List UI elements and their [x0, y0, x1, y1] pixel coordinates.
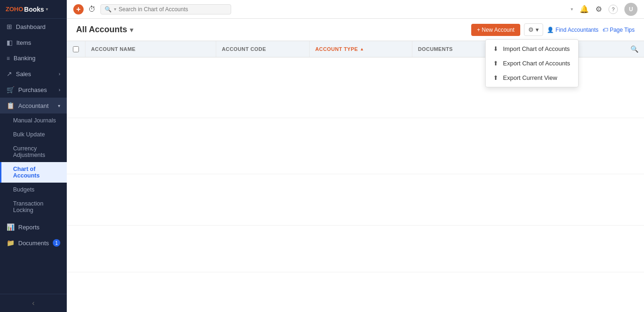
topbar-right: ▾ 🔔 ⚙ ? U: [571, 3, 637, 16]
reports-icon: 📊: [7, 223, 14, 231]
search-dropdown-icon[interactable]: ▾: [114, 7, 116, 12]
sidebar-item-label: Documents: [18, 240, 49, 247]
sidebar: ZOHO Books ▾ ⊞ Dashboard ◧ Items ≡ Banki…: [0, 0, 67, 312]
sidebar-item-label: Reports: [18, 224, 40, 231]
sidebar-item-banking[interactable]: ≡ Banking: [0, 50, 67, 66]
purchases-icon: 🛒: [7, 86, 14, 93]
sidebar-item-label: Accountant: [18, 102, 49, 109]
column-search-icon[interactable]: 🔍: [630, 45, 638, 53]
sidebar-collapse-button[interactable]: ‹: [0, 294, 67, 312]
sidebar-item-label: Dashboard: [16, 23, 46, 30]
sidebar-sub-transaction-locking[interactable]: Transaction Locking: [0, 197, 67, 217]
sidebar-sub-label: Manual Journals: [13, 117, 56, 124]
search-icon: 🔍: [105, 6, 112, 13]
page-tips-icon: 🏷: [602, 27, 608, 33]
gear-dropdown-icon: ▾: [536, 26, 539, 33]
table-row: [67, 226, 644, 272]
sidebar-sub-label: Transaction Locking: [13, 200, 60, 213]
header-actions: + New Account ⚙ ▾ 👤 Find Accountants 🏷 P…: [471, 23, 635, 36]
th-account-code: ACCOUNT CODE: [216, 41, 310, 57]
logo-zoho: ZOHO: [6, 6, 23, 13]
find-accountants-icon: 👤: [547, 27, 554, 33]
accountant-expand-icon: ▾: [58, 103, 60, 108]
gear-settings-button[interactable]: ⚙ ▾: [524, 23, 543, 36]
sidebar-item-sales[interactable]: ↗ Sales ›: [0, 66, 67, 82]
sidebar-item-label: Items: [16, 39, 31, 46]
sales-icon: ↗: [7, 70, 12, 78]
sidebar-item-accountant[interactable]: 📋 Accountant ▾: [0, 98, 67, 113]
logo-chevron[interactable]: ▾: [46, 7, 48, 12]
logo-books: Books: [24, 6, 44, 13]
topbar-collapse-icon[interactable]: ▾: [571, 7, 573, 12]
export-chart-item[interactable]: ⬆ Export Chart of Accounts: [486, 56, 578, 71]
th-documents: DOCUMENTS: [412, 41, 487, 57]
import-icon: ⬇: [493, 45, 498, 52]
sidebar-item-items[interactable]: ◧ Items: [0, 35, 67, 50]
search-input[interactable]: [119, 6, 227, 13]
export-chart-icon: ⬆: [493, 60, 498, 67]
sidebar-item-dashboard[interactable]: ⊞ Dashboard: [0, 19, 67, 35]
banking-icon: ≡: [7, 55, 10, 62]
main-content: + ⏱ 🔍 ▾ ▾ 🔔 ⚙ ? U All Accounts ▾ + New A…: [67, 0, 644, 312]
sidebar-item-label: Banking: [14, 55, 35, 62]
sidebar-sub-currency-adjustments[interactable]: Currency Adjustments: [0, 142, 67, 162]
help-button[interactable]: ?: [609, 5, 618, 14]
gear-icon: ⚙: [528, 26, 534, 33]
sidebar-sub-chart-of-accounts[interactable]: Chart of Accounts: [0, 162, 67, 183]
notifications-button[interactable]: 🔔: [580, 5, 589, 14]
sidebar-sub-label: Bulk Update: [13, 131, 45, 138]
topbar: + ⏱ 🔍 ▾ ▾ 🔔 ⚙ ? U: [67, 0, 644, 19]
th-account-name: ACCOUNT NAME: [85, 41, 216, 57]
export-current-view-item[interactable]: ⬆ Export Current View: [486, 71, 578, 85]
sidebar-sub-bulk-update[interactable]: Bulk Update: [0, 128, 67, 142]
export-current-icon: ⬆: [493, 74, 498, 81]
table-row: [67, 174, 644, 226]
gear-dropdown-menu: ⬇ Import Chart of Accounts ⬆ Export Char…: [485, 39, 579, 87]
items-icon: ◧: [7, 39, 13, 46]
sidebar-item-documents[interactable]: 📁 Documents 1: [0, 235, 67, 251]
page-title: All Accounts ▾: [76, 25, 133, 35]
select-all-checkbox[interactable]: [73, 46, 79, 52]
documents-icon: 📁: [7, 239, 14, 247]
sidebar-sub-budgets[interactable]: Budgets: [0, 183, 67, 197]
sidebar-sub-label: Budgets: [13, 186, 35, 193]
add-button[interactable]: +: [73, 4, 84, 14]
table-row: [67, 272, 644, 312]
sidebar-item-purchases[interactable]: 🛒 Purchases ›: [0, 82, 67, 98]
sidebar-sub-label: Currency Adjustments: [13, 145, 60, 158]
sidebar-sub-manual-journals[interactable]: Manual Journals: [0, 113, 67, 128]
accountant-icon: 📋: [7, 102, 14, 109]
search-box: 🔍 ▾: [100, 4, 231, 14]
new-account-button[interactable]: + New Account: [471, 24, 520, 36]
sidebar-item-reports[interactable]: 📊 Reports: [0, 219, 67, 235]
settings-button[interactable]: ⚙: [595, 5, 602, 14]
page-title-dropdown-icon[interactable]: ▾: [130, 26, 133, 34]
purchases-expand-icon: ›: [59, 87, 60, 92]
import-chart-item[interactable]: ⬇ Import Chart of Accounts: [486, 42, 578, 56]
table-body: [67, 57, 644, 312]
app-logo[interactable]: ZOHO Books ▾: [0, 0, 67, 19]
sidebar-item-label: Sales: [16, 71, 31, 78]
documents-badge: 1: [53, 239, 60, 247]
history-button[interactable]: ⏱: [88, 5, 96, 14]
sidebar-item-label: Purchases: [18, 86, 47, 93]
page-title-text: All Accounts: [76, 25, 127, 35]
content-header: All Accounts ▾ + New Account ⚙ ▾ 👤 Find …: [67, 19, 644, 41]
sort-icon: ▲: [360, 47, 364, 51]
table-row: [67, 118, 644, 174]
user-avatar[interactable]: U: [624, 3, 637, 16]
sales-expand-icon: ›: [59, 71, 60, 77]
find-accountants-button[interactable]: 👤 Find Accountants: [547, 27, 599, 33]
sidebar-sub-label: Chart of Accounts: [13, 166, 60, 179]
page-tips-button[interactable]: 🏷 Page Tips: [602, 27, 635, 33]
th-checkbox[interactable]: [67, 41, 85, 57]
dashboard-icon: ⊞: [7, 23, 12, 30]
th-account-type[interactable]: ACCOUNT TYPE ▲: [310, 41, 412, 57]
